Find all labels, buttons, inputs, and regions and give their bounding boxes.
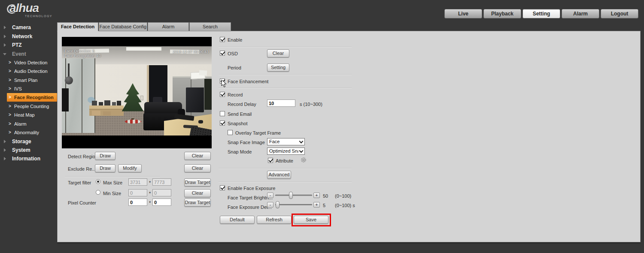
tab-face-database-config[interactable]: Face Database Config	[99, 22, 147, 31]
expand-right-icon	[4, 26, 6, 29]
divider	[219, 74, 352, 75]
pixel-counter-height-input[interactable]	[152, 199, 171, 206]
attribute-checkbox[interactable]	[268, 158, 273, 163]
tab-search[interactable]: Search	[189, 22, 231, 31]
nav-setting-button[interactable]: Setting	[522, 9, 560, 18]
pixel-counter-width-input[interactable]	[128, 199, 147, 206]
sidebar-item-ivs[interactable]: > IVS	[0, 85, 57, 93]
tab-alarm[interactable]: Alarm	[148, 22, 189, 31]
sidebar-item-storage[interactable]: Storage	[0, 138, 57, 145]
send-email-checkbox[interactable]	[220, 111, 225, 116]
min-size-width-input[interactable]	[128, 189, 147, 196]
brightness-decrease-button[interactable]: -	[267, 193, 273, 198]
scene-clutter	[112, 102, 116, 105]
sidebar-item-face-recognition[interactable]: > Face Recognition	[0, 94, 57, 102]
sidebar-item-information[interactable]: Information	[0, 155, 57, 163]
divider	[65, 176, 160, 177]
size-times-label: *	[149, 200, 151, 206]
gear-icon[interactable]	[301, 157, 307, 163]
nav-alarm-button[interactable]: Alarm	[562, 9, 599, 18]
scene-tree-skirt	[125, 120, 141, 123]
expand-right-icon	[4, 157, 6, 160]
expand-down-icon	[3, 53, 6, 55]
sidebar-item-network[interactable]: Network	[0, 33, 57, 40]
snapshot-checkbox[interactable]	[220, 120, 225, 126]
expand-right-icon	[4, 148, 6, 152]
divider	[219, 87, 352, 88]
exposure-slider-track[interactable]	[275, 204, 312, 205]
osd-label: OSD	[228, 51, 238, 57]
video-timestamp: 2018-12-07 09:06:43	[173, 50, 209, 54]
snap-face-image-label: Snap Face Image	[228, 140, 265, 145]
snap-face-image-select[interactable]: Face	[267, 138, 305, 145]
sidebar-item-people-counting[interactable]: > People Counting	[0, 103, 57, 111]
overlay-target-frame-label: Overlay Target Frame	[235, 130, 281, 136]
chevron-right-icon: >	[9, 60, 11, 65]
min-size-radio[interactable]	[96, 190, 100, 195]
exposure-slider-thumb[interactable]	[276, 201, 279, 208]
max-size-width-input[interactable]	[128, 178, 147, 186]
record-checkbox[interactable]	[220, 92, 225, 97]
sidebar-item-event[interactable]: Event	[0, 51, 57, 58]
scene-glass-frame	[82, 59, 82, 133]
sidebar-item-camera[interactable]: Camera	[0, 24, 57, 31]
max-size-height-input[interactable]	[152, 178, 171, 186]
exposure-increase-button[interactable]: +	[313, 202, 320, 208]
enable-face-exposure-label: Enable Face Exposure	[228, 186, 275, 191]
scene-table-top	[89, 105, 124, 109]
nav-logout-button[interactable]: Logout	[601, 9, 638, 18]
sidebar-item-system[interactable]: System	[0, 147, 57, 154]
sidebar-item-ptz[interactable]: PTZ	[0, 42, 57, 49]
osd-clear-button[interactable]: Clear	[267, 49, 289, 57]
refresh-button[interactable]: Refresh	[257, 216, 292, 224]
nav-live-button[interactable]: Live	[444, 9, 482, 18]
overlay-target-frame-checkbox[interactable]	[228, 130, 233, 135]
sidebar-item-heat-map[interactable]: > Heat Map	[0, 111, 57, 119]
chevron-right-icon: >	[9, 104, 11, 108]
min-size-height-input[interactable]	[152, 189, 171, 196]
pixel-counter-draw-target-button[interactable]: Draw Target	[184, 199, 211, 207]
exclude-region-modify-button[interactable]: Modify	[118, 164, 142, 172]
video-osd-line2: Face Recognition: 10	[64, 54, 101, 58]
period-setting-button[interactable]: Setting	[267, 63, 289, 72]
record-delay-unit: s (10~300)	[300, 102, 322, 107]
sidebar-item-video-detection[interactable]: > Video Detection	[0, 59, 57, 67]
video-preview[interactable]: Face Detection: 5 Face Recognition: 10 2…	[62, 37, 212, 148]
enable-checkbox[interactable]	[220, 37, 225, 42]
record-delay-input[interactable]	[267, 99, 295, 107]
detect-region-clear-button[interactable]: Clear	[184, 152, 211, 160]
osd-checkbox[interactable]	[220, 51, 225, 56]
scene-monitor	[186, 87, 204, 112]
sidebar-item-abnormality[interactable]: > Abnormality	[0, 129, 57, 137]
scene-clutter	[104, 100, 110, 105]
divider	[219, 181, 352, 182]
brightness-increase-button[interactable]: +	[313, 193, 320, 198]
brightness-slider-thumb[interactable]	[289, 192, 293, 199]
min-size-label: Min Size	[103, 191, 121, 196]
size-times-label: *	[149, 180, 151, 186]
sidebar-item-alarm[interactable]: > Alarm	[0, 120, 57, 128]
face-enhancement-label: Face Enhancement	[228, 79, 268, 84]
tab-face-detection[interactable]: Face Detection	[57, 22, 98, 31]
sidebar-item-smart-plan[interactable]: > Smart Plan	[0, 77, 57, 84]
size-times-label: *	[149, 191, 151, 196]
mouse-cursor	[221, 79, 227, 87]
snap-mode-select[interactable]: Optimized Snap	[267, 148, 305, 155]
detect-region-draw-button[interactable]: Draw	[95, 152, 115, 160]
scene-box	[92, 111, 100, 115]
min-size-clear-button[interactable]: Clear	[184, 189, 211, 197]
nav-playback-button[interactable]: Playback	[483, 9, 521, 18]
advanced-button[interactable]: Advanced	[267, 171, 291, 179]
brightness-slider-track[interactable]	[275, 195, 312, 196]
max-size-draw-target-button[interactable]: Draw Target	[184, 178, 211, 187]
enable-face-exposure-checkbox[interactable]	[220, 185, 225, 190]
exclude-region-draw-button[interactable]: Draw	[95, 164, 115, 172]
exposure-decrease-button[interactable]: -	[267, 202, 273, 208]
attribute-label: Attribute	[276, 158, 293, 164]
default-button[interactable]: Default	[220, 216, 255, 224]
video-scene	[62, 46, 212, 136]
sidebar-item-audio-detection[interactable]: > Audio Detection	[0, 68, 57, 75]
max-size-radio[interactable]	[96, 179, 100, 184]
save-highlight-annotation	[292, 214, 331, 226]
exclude-region-clear-button[interactable]: Clear	[184, 164, 211, 172]
